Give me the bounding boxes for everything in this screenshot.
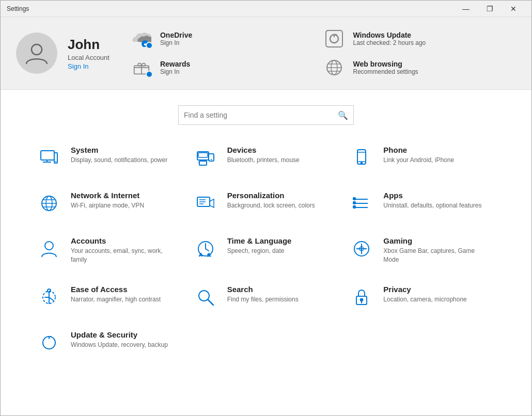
settings-grid: System Display, sound, notifications, po… bbox=[1, 130, 531, 376]
close-button[interactable]: ✕ bbox=[502, 1, 525, 17]
time-desc: Speech, region, date bbox=[227, 247, 292, 255]
phone-desc: Link your Android, iPhone bbox=[383, 156, 454, 165]
web-browsing-sub: Recommended settings bbox=[353, 68, 418, 75]
svg-rect-20 bbox=[199, 161, 207, 165]
phone-icon bbox=[349, 146, 374, 170]
personalization-name: Personalization bbox=[227, 191, 315, 200]
time-icon: A 文 bbox=[193, 236, 218, 261]
user-info: John Local Account Sign In bbox=[16, 33, 109, 74]
minimize-button[interactable]: — bbox=[454, 1, 478, 17]
settings-item-time[interactable]: A 文 Time & Language Speech, region, date bbox=[188, 226, 345, 275]
accounts-text: Accounts Your accounts, email, sync, wor… bbox=[71, 236, 174, 264]
search-section: 🔍 bbox=[1, 90, 531, 130]
time-name: Time & Language bbox=[227, 236, 292, 245]
onedrive-service[interactable]: ● OneDrive Sign In bbox=[130, 27, 323, 50]
header-services: ● OneDrive Sign In bbox=[130, 27, 516, 79]
phone-name: Phone bbox=[383, 146, 454, 154]
windows-update-name: Windows Update bbox=[353, 31, 426, 39]
update-desc: Windows Update, recovery, backup bbox=[71, 341, 168, 349]
update-text: Update & Security Windows Update, recove… bbox=[71, 330, 168, 349]
settings-item-devices[interactable]: Devices Bluetooth, printers, mouse bbox=[188, 135, 345, 181]
svg-rect-38 bbox=[353, 198, 355, 200]
svg-rect-5 bbox=[326, 30, 342, 47]
personalization-icon bbox=[193, 191, 218, 216]
gaming-icon bbox=[349, 236, 374, 261]
ease-desc: Narrator, magnifier, high contrast bbox=[71, 295, 161, 304]
windows-update-service[interactable]: Windows Update Last checked: 2 hours ago bbox=[323, 27, 516, 50]
settings-item-gaming[interactable]: Gaming Xbox Game Bar, captures, Game Mod… bbox=[344, 226, 500, 275]
network-text: Network & Internet Wi-Fi, airplane mode,… bbox=[71, 191, 144, 210]
svg-line-44 bbox=[206, 249, 209, 251]
sign-in-link[interactable]: Sign In bbox=[68, 62, 109, 70]
network-icon bbox=[37, 191, 61, 216]
update-icon bbox=[37, 330, 61, 355]
windows-update-text: Windows Update Last checked: 2 hours ago bbox=[353, 31, 426, 46]
devices-desc: Bluetooth, printers, mouse bbox=[227, 156, 300, 165]
devices-name: Devices bbox=[227, 146, 300, 154]
privacy-icon bbox=[349, 285, 374, 310]
svg-line-57 bbox=[208, 300, 213, 305]
onedrive-icon-wrap: ● bbox=[130, 27, 153, 50]
system-text: System Display, sound, notifications, po… bbox=[71, 146, 167, 165]
svg-point-41 bbox=[45, 242, 53, 250]
ease-name: Ease of Access bbox=[71, 285, 161, 294]
gaming-name: Gaming bbox=[383, 236, 487, 245]
onedrive-dot bbox=[146, 42, 153, 49]
update-name: Update & Security bbox=[71, 330, 168, 339]
system-name: System bbox=[71, 146, 167, 154]
settings-item-apps[interactable]: Apps Uninstall, defaults, optional featu… bbox=[344, 181, 500, 226]
search-input[interactable] bbox=[184, 111, 338, 119]
svg-text:A: A bbox=[199, 252, 202, 257]
settings-item-system[interactable]: System Display, sound, notifications, po… bbox=[32, 135, 188, 181]
service-column-left: ● OneDrive Sign In bbox=[130, 27, 323, 79]
rewards-dot bbox=[146, 71, 153, 78]
devices-text: Devices Bluetooth, printers, mouse bbox=[227, 146, 300, 165]
web-browsing-text: Web browsing Recommended settings bbox=[353, 60, 418, 75]
web-browsing-name: Web browsing bbox=[353, 60, 418, 68]
svg-rect-39 bbox=[353, 202, 355, 204]
personalization-desc: Background, lock screen, colors bbox=[227, 201, 315, 210]
system-desc: Display, sound, notifications, power bbox=[71, 156, 167, 165]
accounts-name: Accounts bbox=[71, 236, 174, 245]
title-bar: Settings — ❐ ✕ bbox=[1, 1, 531, 17]
search-desc: Find my files, permissions bbox=[227, 295, 299, 304]
windows-update-icon-wrap bbox=[323, 27, 346, 50]
rewards-name: Rewards bbox=[160, 60, 190, 68]
settings-item-phone[interactable]: Phone Link your Android, iPhone bbox=[344, 135, 500, 181]
account-type: Local Account bbox=[68, 54, 109, 61]
maximize-button[interactable]: ❐ bbox=[478, 1, 502, 17]
system-icon bbox=[37, 146, 61, 170]
rewards-sub: Sign In bbox=[160, 68, 190, 75]
svg-point-0 bbox=[32, 44, 42, 55]
settings-item-network[interactable]: Network & Internet Wi-Fi, airplane mode,… bbox=[32, 181, 188, 226]
settings-item-privacy[interactable]: Privacy Location, camera, microphone bbox=[344, 275, 500, 320]
network-desc: Wi-Fi, airplane mode, VPN bbox=[71, 201, 144, 210]
web-browsing-service[interactable]: Web browsing Recommended settings bbox=[323, 56, 516, 79]
ease-text: Ease of Access Narrator, magnifier, high… bbox=[71, 285, 161, 304]
rewards-text: Rewards Sign In bbox=[160, 60, 190, 75]
privacy-text: Privacy Location, camera, microphone bbox=[383, 285, 466, 304]
settings-item-ease[interactable]: Ease of Access Narrator, magnifier, high… bbox=[32, 275, 188, 320]
settings-item-accounts[interactable]: Accounts Your accounts, email, sync, wor… bbox=[32, 226, 188, 275]
phone-text: Phone Link your Android, iPhone bbox=[383, 146, 454, 165]
windows-update-sub: Last checked: 2 hours ago bbox=[353, 39, 426, 46]
accounts-desc: Your accounts, email, sync, work, family bbox=[71, 247, 174, 264]
apps-icon bbox=[349, 191, 374, 216]
settings-item-update[interactable]: Update & Security Windows Update, recove… bbox=[32, 320, 188, 365]
time-text: Time & Language Speech, region, date bbox=[227, 236, 292, 255]
onedrive-text: OneDrive Sign In bbox=[160, 31, 192, 46]
settings-item-personalization[interactable]: Personalization Background, lock screen,… bbox=[188, 181, 345, 226]
service-column-right: Windows Update Last checked: 2 hours ago bbox=[323, 27, 516, 79]
search-icon: 🔍 bbox=[338, 110, 348, 120]
svg-rect-40 bbox=[353, 206, 355, 208]
gaming-desc: Xbox Game Bar, captures, Game Mode bbox=[383, 247, 487, 264]
rewards-service[interactable]: Rewards Sign In bbox=[130, 56, 323, 79]
window-controls: — ❐ ✕ bbox=[454, 1, 525, 17]
apps-name: Apps bbox=[383, 191, 481, 200]
apps-text: Apps Uninstall, defaults, optional featu… bbox=[383, 191, 481, 210]
web-browsing-icon-wrap bbox=[323, 56, 346, 79]
settings-item-search[interactable]: Search Find my files, permissions bbox=[188, 275, 345, 320]
svg-point-56 bbox=[199, 291, 209, 301]
svg-rect-17 bbox=[198, 153, 208, 157]
search-box: 🔍 bbox=[178, 105, 354, 125]
